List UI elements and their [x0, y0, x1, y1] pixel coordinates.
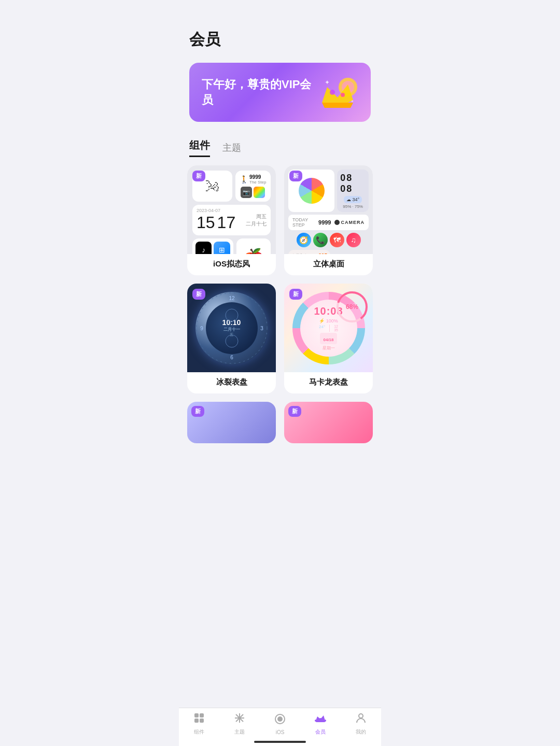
svg-text:6: 6 — [230, 355, 233, 360]
svg-rect-29 — [316, 721, 325, 722]
svg-point-4 — [330, 90, 335, 95]
svg-point-31 — [319, 718, 321, 720]
crown-icon — [315, 712, 326, 727]
svg-point-14 — [226, 335, 238, 347]
phone-icon: 📞 — [313, 233, 328, 247]
svg-point-30 — [315, 720, 317, 722]
cards-grid: 新 🌬 🚶 9999 The Step — [179, 157, 381, 402]
card-3d-desktop[interactable]: 新 08 08 ☁ 34° 95% · 75% — [284, 165, 373, 275]
card-ice-watch[interactable]: 新 12 6 9 3 — [187, 284, 276, 393]
header: 会员 — [179, 0, 381, 57]
vip-crown-icon: ✦ ✦ — [317, 74, 358, 110]
card-macaron-watch[interactable]: 新 10:08 ⚡ 100% 24° 12 — [284, 284, 373, 393]
tab-themes[interactable]: 主题 — [222, 142, 241, 157]
health-count: 305 — [318, 253, 327, 254]
partial-card-left[interactable]: 新 — [187, 402, 276, 443]
partial-card-right[interactable]: 新 — [284, 402, 373, 443]
ice-watch-inner: 10:10 二月十一 五 — [206, 302, 258, 354]
safari-icon: 🧭 — [297, 233, 311, 247]
svg-point-32 — [324, 720, 326, 722]
nav-member[interactable]: 会员 — [300, 712, 341, 736]
wind-icon: 🌬 — [205, 178, 219, 195]
vip-banner-text: 下午好，尊贵的VIP会员 — [202, 77, 317, 108]
nav-member-label: 会员 — [315, 728, 326, 736]
card-desktop-image: 新 08 08 ☁ 34° 95% · 75% — [284, 165, 373, 254]
music-icon: ♫ — [346, 233, 361, 247]
tab-widgets[interactable]: 组件 — [189, 138, 210, 157]
svg-text:✦: ✦ — [325, 79, 330, 86]
svg-rect-18 — [194, 713, 199, 717]
svg-point-33 — [359, 714, 363, 718]
home-indicator — [254, 741, 306, 743]
ios-apple-widget: 🍎 — [236, 238, 271, 254]
maps-icon: 🗺 — [330, 233, 344, 247]
nav-profile[interactable]: 我的 — [341, 712, 381, 736]
apple-logo: 🍎 — [242, 248, 265, 254]
svg-rect-19 — [200, 713, 204, 717]
photos-icon-sm — [254, 187, 265, 198]
svg-marker-3 — [322, 103, 353, 108]
macaron-new-badge: 新 — [289, 289, 302, 300]
health-label: 今元和多 — [291, 253, 308, 254]
card-ios-style[interactable]: 新 🌬 🚶 9999 The Step — [187, 165, 276, 275]
ios-bottom-row: ♪ ⊞ 💬 ⚙ — [192, 238, 271, 254]
desktop-step-count: 9999 — [318, 219, 331, 226]
desktop-step-label: TODAY STEP — [292, 217, 316, 228]
desktop-apple-widget: 🍎 — [333, 250, 369, 254]
ios-lunar: 二月十七 — [246, 220, 267, 228]
tiktok-app-icon: ♪ — [195, 242, 212, 254]
ios-apps-widget: ♪ ⊞ 💬 ⚙ — [192, 238, 233, 254]
desktop-apps-row: 🧭 📞 🗺 ♫ — [288, 233, 369, 247]
macaron-watch-inner: 10:08 ⚡ 100% 24° 12 35 — [300, 300, 357, 357]
partial-right-badge: 新 — [288, 406, 301, 417]
ios-hour: 15 — [197, 213, 215, 232]
grid-icon — [193, 712, 205, 727]
nav-themes-label: 主题 — [234, 728, 245, 736]
svg-point-27 — [277, 716, 283, 722]
ios-minute: 17 — [217, 213, 236, 232]
page: 会员 下午好，尊贵的VIP会员 ✦ ✦ 组件 主题 — [179, 0, 381, 493]
svg-text:9: 9 — [200, 326, 203, 331]
ios-middle-row: 2023-04-07 15 17 周五 二月十七 — [192, 205, 271, 235]
svg-text:68%: 68% — [346, 303, 358, 311]
macaron-watch-face: 10:08 ⚡ 100% 24° 12 35 — [292, 292, 365, 364]
step-label: The Step — [249, 180, 266, 185]
desktop-new-badge: 新 — [289, 171, 302, 181]
tabs-container: 组件 主题 — [179, 128, 381, 157]
card-macaron-image: 新 10:08 ⚡ 100% 24° 12 — [284, 284, 373, 372]
svg-rect-21 — [200, 719, 204, 723]
person-icon — [355, 712, 367, 727]
camera-dot — [334, 220, 340, 225]
svg-point-5 — [341, 93, 345, 97]
nav-profile-label: 我的 — [356, 728, 366, 736]
vip-banner[interactable]: 下午好，尊贵的VIP会员 ✦ ✦ — [189, 63, 371, 122]
ice-card-label: 冰裂表盘 — [187, 372, 276, 393]
page-title: 会员 — [189, 29, 371, 50]
nav-ios[interactable]: iOS — [260, 713, 300, 735]
ice-new-badge: 新 — [192, 289, 205, 300]
camera-icon-sm: 📷 — [241, 187, 252, 198]
ios-card-label: iOS拟态风 — [187, 254, 276, 275]
camera-badge: CAMERA — [334, 220, 365, 225]
svg-text:✦: ✦ — [351, 99, 354, 104]
files-app-icon: ⊞ — [214, 242, 230, 254]
camera-label: CAMERA — [341, 220, 365, 225]
nav-themes[interactable]: 主题 — [219, 712, 260, 736]
desktop-card-label: 立体桌面 — [284, 254, 373, 275]
ios-new-badge: 新 — [192, 171, 205, 181]
desktop-time-display: 08 08 — [340, 173, 366, 194]
nav-widgets[interactable]: 组件 — [179, 712, 219, 736]
color-wheel — [299, 178, 325, 204]
desktop-bottom: 今元和多 305 距 — [288, 250, 369, 254]
nav-ios-label: iOS — [276, 729, 285, 735]
desktop-camera-row: TODAY STEP 9999 CAMERA — [288, 215, 369, 230]
ios-date: 2023-04-07 — [197, 208, 235, 213]
desktop-humidity: 95% · 75% — [343, 204, 363, 209]
circle-icon — [274, 713, 286, 728]
svg-marker-2 — [322, 85, 353, 103]
partial-cards-row: 新 新 — [179, 402, 381, 452]
card-ice-image: 新 12 6 9 3 — [187, 284, 276, 372]
star-icon — [234, 712, 245, 727]
svg-rect-20 — [194, 719, 199, 723]
svg-text:12: 12 — [229, 295, 235, 301]
